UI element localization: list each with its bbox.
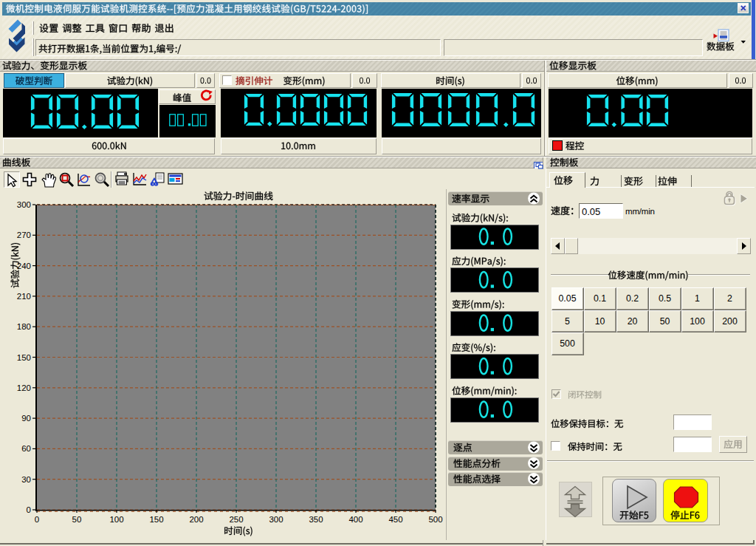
svg-text:450: 450 xyxy=(388,515,402,524)
svg-text:500: 500 xyxy=(428,515,442,524)
svg-text:210: 210 xyxy=(17,292,31,301)
svg-text:270: 270 xyxy=(17,231,31,239)
svg-text:200: 200 xyxy=(189,515,203,524)
svg-text:120: 120 xyxy=(17,383,31,392)
svg-text:100: 100 xyxy=(109,515,123,524)
svg-text:300: 300 xyxy=(269,515,283,524)
svg-text:0: 0 xyxy=(35,515,39,524)
svg-text:60: 60 xyxy=(21,444,31,453)
svg-text:350: 350 xyxy=(309,515,323,524)
svg-text:150: 150 xyxy=(149,515,163,524)
svg-text:0: 0 xyxy=(27,505,31,514)
svg-text:300: 300 xyxy=(17,200,31,209)
svg-text:400: 400 xyxy=(348,515,362,524)
svg-text:180: 180 xyxy=(17,322,31,331)
svg-text:90: 90 xyxy=(21,414,31,423)
svg-text:150: 150 xyxy=(17,353,31,362)
svg-text:30: 30 xyxy=(21,475,31,484)
svg-text:250: 250 xyxy=(229,515,243,524)
svg-text:50: 50 xyxy=(72,515,82,524)
